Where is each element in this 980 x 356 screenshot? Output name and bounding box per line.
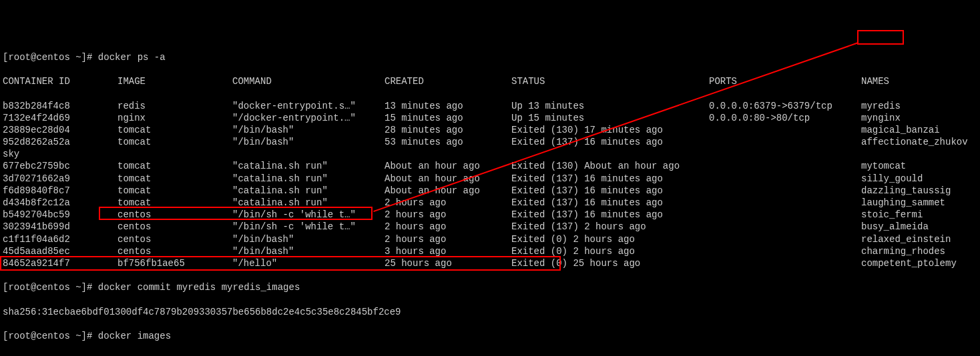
highlight-myredis-name — [857, 30, 904, 45]
table-row: 84652a9214f7bf756fb1ae65"/hello"25 hours… — [3, 257, 977, 269]
ps-header-row: CONTAINER IDIMAGECOMMANDCREATEDSTATUSPOR… — [3, 75, 977, 87]
prompt-line-3: [root@centos ~]# docker images — [3, 330, 977, 342]
prompt-line-2: [root@centos ~]# docker commit myredis m… — [3, 281, 977, 293]
table-row: b832b284f4c8redis"docker-entrypoint.s…"1… — [3, 100, 977, 112]
commit-output: sha256:31ecbae6bdf01300df4c7879b20933035… — [3, 306, 977, 318]
table-row: 45d5aaad85eccentos"/bin/bash"3 hours ago… — [3, 245, 977, 257]
table-row: c1f11f04a6d2centos"/bin/bash"2 hours ago… — [3, 233, 977, 245]
cmd-docker-ps: docker ps -a — [98, 52, 166, 63]
table-row: 3023941b699dcentos"/bin/sh -c 'while t…"… — [3, 221, 977, 233]
table-row: 7132e4f24d69nginx"/docker-entrypoint.…"1… — [3, 112, 977, 124]
cmd-docker-images: docker images — [98, 331, 171, 341]
table-row: 952d8262a52atomcat"/bin/bash"53 minutes … — [3, 136, 977, 148]
table-row-wrap: sky — [3, 148, 977, 160]
table-row: 3d70271662a9tomcat"catalina.sh run"About… — [3, 173, 977, 185]
cmd-docker-commit: docker commit myredis myredis_images — [98, 282, 300, 293]
table-row: b5492704bc59centos"/bin/sh -c 'while t…"… — [3, 209, 977, 221]
table-row: 677ebc2759bctomcat"catalina.sh run"About… — [3, 160, 977, 172]
table-row: d434b8f2c12atomcat"catalina.sh run"2 hou… — [3, 197, 977, 209]
table-row: 23889ec28d04tomcat"/bin/bash"28 minutes … — [3, 124, 977, 136]
table-row: f6d89840f8c7tomcat"catalina.sh run"About… — [3, 185, 977, 197]
prompt-line-1: [root@centos ~]# docker ps -a — [3, 51, 977, 63]
